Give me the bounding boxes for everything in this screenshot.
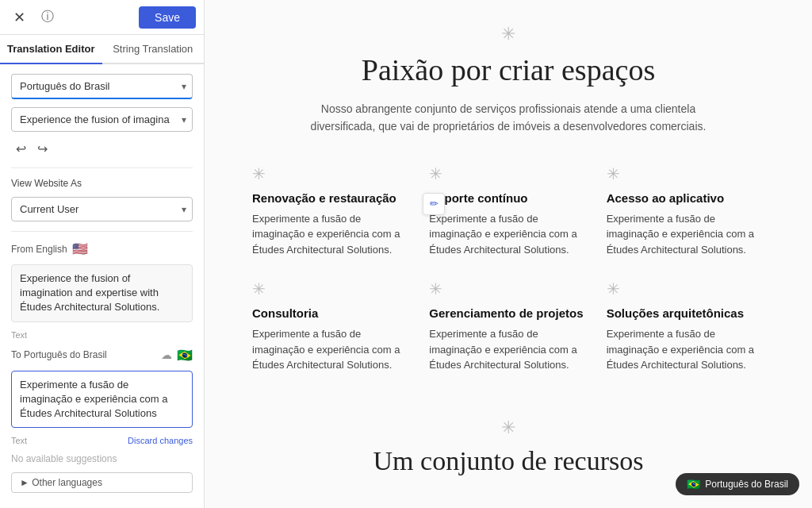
to-text-area[interactable]: Experimente a fusão de imaginação e expe… — [11, 371, 193, 429]
service-item-3: ✳ Acesso ao aplicativo Experimente a fus… — [607, 164, 764, 258]
string-select[interactable]: Experience the fusion of imagination and… — [11, 107, 193, 132]
service-item-2: ✳ Suporte contínuo Experimente a fusão d… — [429, 164, 587, 258]
cloud-icon: ☁ — [161, 348, 172, 361]
bottom-title: Um conjunto de recursos — [252, 446, 764, 476]
service-item-1: ✳ Renovação e restauração Experimente a … — [252, 164, 410, 258]
service-item-5: ✳ Gerenciamento de projetos Experimente … — [429, 279, 587, 373]
service-asterisk-3: ✳ — [607, 164, 764, 183]
language-select-wrapper: Português do Brasil ▾ — [11, 74, 193, 99]
service-item-4: ✳ Consultoria Experimente a fusão de ima… — [252, 279, 410, 373]
service-title-5: Gerenciamento de projetos — [429, 306, 587, 320]
main-subtitle: Nosso abrangente conjunto de serviços pr… — [310, 100, 707, 136]
main-title: Paixão por criar espaços — [252, 52, 764, 87]
service-desc-2: Experimente a fusão de imaginação e expe… — [429, 211, 587, 258]
services-grid: ✳ Renovação e restauração Experimente a … — [252, 164, 764, 373]
brazil-flag: 🇧🇷 — [177, 348, 193, 363]
top-bar: ✕ ⓘ Save — [0, 0, 204, 35]
panel-body: Português do Brasil ▾ Experience the fus… — [0, 64, 204, 508]
service-asterisk-6: ✳ — [607, 279, 764, 298]
service-title-1: Renovação e restauração — [252, 191, 410, 205]
save-button[interactable]: Save — [139, 6, 196, 29]
to-field-label: Text — [11, 436, 27, 445]
view-as-label: View Website As — [11, 178, 193, 189]
english-flag: 🇺🇸 — [72, 241, 88, 256]
service-asterisk-4: ✳ — [252, 279, 410, 298]
close-button[interactable]: ✕ — [8, 6, 30, 29]
service-title-2: Suporte contínuo — [429, 191, 587, 205]
service-asterisk-1: ✳ — [252, 164, 410, 183]
view-as-select-wrapper: Current User ▾ — [11, 197, 193, 221]
divider-2 — [11, 231, 193, 232]
undo-button[interactable]: ↩ — [13, 140, 29, 158]
service-title-6: Soluções arquitetônicas — [607, 306, 764, 320]
undo-redo-bar: ↩ ↪ — [11, 140, 193, 158]
badge-flag: 🇧🇷 — [687, 478, 700, 491]
service-item-6: ✳ Soluções arquitetônicas Experimente a … — [607, 279, 764, 373]
bottom-asterisk: ✳ — [252, 418, 764, 438]
edit-pencil-icon[interactable]: ✏ — [423, 193, 445, 215]
info-button[interactable]: ⓘ — [36, 6, 59, 29]
service-desc-1: Experimente a fusão de imaginação e expe… — [252, 211, 410, 258]
tabs-bar: Translation Editor String Translation — [0, 35, 204, 64]
from-field-label: Text — [11, 330, 193, 340]
service-desc-5: Experimente a fusão de imaginação e expe… — [429, 326, 587, 373]
tab-string-translation[interactable]: String Translation — [102, 35, 205, 64]
website-content: ✳ Paixão por criar espaços Nosso abrange… — [205, 0, 812, 500]
badge-label: Português do Brasil — [705, 479, 788, 490]
other-languages-button[interactable]: ► Other languages — [11, 472, 193, 493]
to-portuguese-label: To Português do Brasil ☁ 🇧🇷 — [11, 348, 193, 363]
from-text-box: Experience the fusion of imagination and… — [11, 264, 193, 322]
service-asterisk-2: ✳ — [429, 164, 587, 183]
from-english-label: From English 🇺🇸 — [11, 241, 193, 256]
left-panel: ✕ ⓘ Save Translation Editor String Trans… — [0, 0, 205, 508]
view-as-select[interactable]: Current User — [11, 197, 193, 221]
no-suggestions: No available suggestions — [11, 453, 193, 464]
service-title-3: Acesso ao aplicativo — [607, 191, 764, 205]
discard-button[interactable]: Discard changes — [128, 436, 193, 445]
service-desc-3: Experimente a fusão de imaginação e expe… — [607, 211, 764, 258]
top-asterisk: ✳ — [252, 24, 764, 44]
divider-1 — [11, 167, 193, 168]
service-asterisk-5: ✳ — [429, 279, 587, 298]
service-desc-6: Experimente a fusão de imaginação e expe… — [607, 326, 764, 373]
service-title-4: Consultoria — [252, 306, 410, 320]
to-label-text: To Português do Brasil — [11, 349, 107, 360]
bottom-section: ✳ Um conjunto de recursos — [252, 402, 764, 476]
from-label-text: From English — [11, 244, 67, 255]
service-desc-4: Experimente a fusão de imaginação e expe… — [252, 326, 410, 373]
tab-translation-editor[interactable]: Translation Editor — [0, 35, 102, 64]
language-select[interactable]: Português do Brasil — [11, 74, 193, 99]
right-panel: ✳ Paixão por criar espaços Nosso abrange… — [205, 0, 812, 508]
discard-row: Text Discard changes — [11, 436, 193, 445]
string-select-wrapper: Experience the fusion of imagination and… — [11, 107, 193, 132]
redo-button[interactable]: ↪ — [34, 140, 51, 158]
language-badge: 🇧🇷 Português do Brasil — [676, 473, 799, 495]
